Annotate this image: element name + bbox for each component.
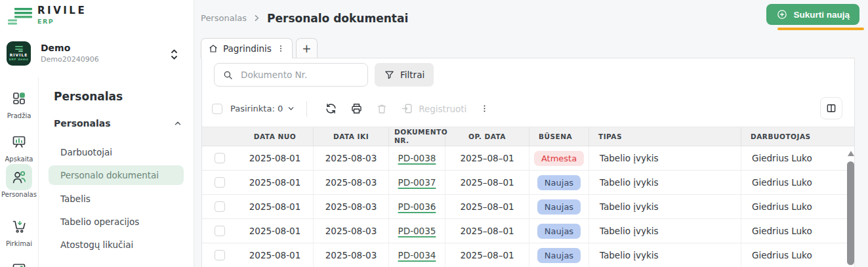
scrollbar-up-arrow[interactable] — [848, 151, 854, 156]
cell-op-data: 2025–08–01 — [445, 219, 529, 243]
column-layout-button[interactable] — [820, 97, 842, 119]
refresh-icon — [325, 102, 337, 115]
row-checkbox[interactable] — [215, 201, 225, 212]
table-toolbar: Pasirinkta: 0 — [202, 95, 854, 122]
column-header-op-data[interactable]: OP. DATA — [445, 127, 529, 146]
tab-label: Pagrindinis — [223, 43, 272, 54]
status-badge: Naujas — [537, 224, 581, 239]
document-link[interactable]: PD-0038 — [398, 153, 436, 163]
cell-tipas: Tabelio įvykis — [589, 171, 741, 194]
column-header-darbuotojas[interactable]: DARBUOTOJAS — [741, 127, 854, 146]
document-link[interactable]: PD-0034 — [398, 250, 436, 260]
app-window: RIVILE ERP RIVILE ERP demo Demo Demo2024… — [0, 0, 868, 267]
brand-name: RIVILE — [37, 6, 87, 16]
cell-tipas: Tabelio įvykis — [589, 146, 741, 170]
workspace-name: Demo — [41, 43, 70, 53]
chart-arrow-icon — [6, 256, 32, 267]
row-checkbox[interactable] — [215, 153, 225, 163]
select-all-checkbox[interactable] — [212, 104, 222, 114]
brand-logo: RIVILE ERP — [8, 6, 87, 26]
document-search — [214, 63, 368, 87]
table-header: DATA NUO DATA IKI DOKUMENTO NR. OP. DATA… — [202, 127, 854, 146]
document-link[interactable]: PD-0035 — [398, 226, 436, 236]
plus-circle-icon — [776, 9, 788, 20]
nav-rail-item-personalas[interactable]: Personalas — [0, 164, 38, 198]
workspace-avatar: RIVILE ERP demo — [7, 41, 31, 66]
nav-rail-item-apskaita[interactable]: Apskaita — [0, 129, 38, 163]
tab-pagrindinis[interactable]: Pagrindinis — [201, 38, 293, 58]
nav-rail-label: Pradžia — [0, 112, 38, 119]
row-checkbox[interactable] — [215, 250, 225, 260]
filters-label: Filtrai — [400, 70, 424, 80]
workspace-switch-icon[interactable] — [169, 47, 179, 64]
status-badge: Naujas — [537, 175, 581, 190]
nav-rail-label: Pirkimai — [0, 240, 38, 247]
sidebar-item-personalo-dokumentai[interactable]: Personalo dokumentai — [49, 165, 184, 185]
status-badge: Atmesta — [534, 151, 584, 166]
document-link[interactable]: PD-0036 — [398, 201, 436, 212]
home-icon — [208, 43, 218, 54]
accent-underline — [777, 28, 864, 30]
column-header-data-nuo[interactable]: DATA NUO — [237, 127, 314, 146]
sidebar-item-atostogu-likuciai[interactable]: Atostogų likučiai — [49, 235, 184, 255]
left-sidebar: RIVILE ERP RIVILE ERP demo Demo Demo2024… — [0, 0, 194, 267]
breadcrumb-parent[interactable]: Personalas — [201, 13, 247, 23]
workspace-code: Demo20240906 — [41, 55, 99, 64]
people-icon — [6, 164, 32, 190]
row-checkbox[interactable] — [215, 226, 225, 236]
search-input[interactable] — [239, 69, 354, 81]
chevron-up-icon — [173, 119, 182, 128]
print-button[interactable] — [350, 102, 363, 115]
rail-divider — [38, 77, 39, 267]
cell-tipas: Tabelio įvykis — [589, 243, 741, 267]
filter-funnel-icon — [384, 70, 395, 81]
sidebar-item-darbuotojai[interactable]: Darbuotojai — [49, 142, 184, 162]
workspace-selector[interactable]: RIVILE ERP demo Demo Demo20240906 — [0, 39, 194, 71]
tab-bar: Pagrindinis + — [201, 38, 318, 58]
cell-op-data: 2025–08–01 — [445, 243, 529, 267]
sidebar-title: Personalas — [54, 90, 123, 103]
register-button[interactable]: Registruoti — [401, 102, 466, 115]
cell-data-nuo: 2025-08-01 — [237, 219, 314, 243]
nav-rail-item-pirkimai[interactable]: Pirkimai — [0, 213, 38, 247]
scrollbar-thumb[interactable] — [847, 161, 854, 265]
table-row[interactable]: 2025-08-01 2025-08-03 PD-0034 2025–08–01… — [202, 243, 854, 267]
rivile-logo-icon — [8, 6, 33, 26]
cell-darbuotojas: Giedrius Luko — [741, 171, 854, 194]
selected-count-label: Pasirinkta: 0 — [230, 104, 283, 113]
nav-rail-item-partial[interactable] — [0, 256, 38, 267]
page-title: Personalo dokumentai — [267, 12, 408, 25]
table-row[interactable]: 2025-08-01 2025-08-03 PD-0038 2025–08–01… — [202, 146, 854, 171]
create-new-button[interactable]: Sukurti naują — [766, 4, 859, 25]
cell-darbuotojas: Giedrius Luko — [741, 243, 854, 267]
dashboard-grid-icon — [6, 85, 32, 112]
nav-rail-item-pradzia[interactable]: Pradžia — [0, 85, 38, 119]
column-header-data-iki[interactable]: DATA IKI — [314, 127, 389, 146]
table-row[interactable]: 2025-08-01 2025-08-03 PD-0035 2025–08–01… — [202, 219, 854, 243]
refresh-button[interactable] — [325, 102, 337, 115]
register-label: Registruoti — [419, 104, 466, 114]
filters-button[interactable]: Filtrai — [375, 63, 434, 87]
cell-data-iki: 2025-08-03 — [314, 219, 389, 243]
row-checkbox[interactable] — [215, 177, 225, 188]
add-tab-button[interactable]: + — [296, 38, 318, 58]
sidebar-section-personalas[interactable]: Personalas — [54, 118, 182, 129]
column-header-dokumento-nr[interactable]: DOKUMENTO NR. — [389, 127, 445, 146]
column-header-tipas[interactable]: TIPAS — [589, 127, 741, 146]
table-row[interactable]: 2025-08-01 2025-08-03 PD-0037 2025–08–01… — [202, 171, 854, 195]
chevron-down-icon[interactable] — [287, 104, 295, 113]
toolbar-kebab-button[interactable] — [480, 104, 489, 113]
cell-data-iki: 2025-08-03 — [314, 171, 389, 194]
cell-data-iki: 2025-08-03 — [314, 146, 389, 170]
column-header-busena[interactable]: BŪSENA — [529, 127, 589, 146]
document-link[interactable]: PD-0037 — [398, 177, 436, 188]
tab-kebab-icon[interactable] — [276, 44, 285, 53]
toolbar-divider — [306, 101, 307, 117]
sidebar-item-tabelio-operacijos[interactable]: Tabelio operacijos — [49, 212, 184, 232]
table-row[interactable]: 2025-08-01 2025-08-03 PD-0036 2025–08–01… — [202, 195, 854, 219]
kebab-icon — [480, 104, 489, 113]
cell-data-nuo: 2025-08-01 — [237, 146, 314, 170]
header-checkbox-cell — [202, 127, 237, 146]
sidebar-item-tabelis[interactable]: Tabelis — [49, 189, 184, 209]
delete-button[interactable] — [376, 103, 388, 115]
